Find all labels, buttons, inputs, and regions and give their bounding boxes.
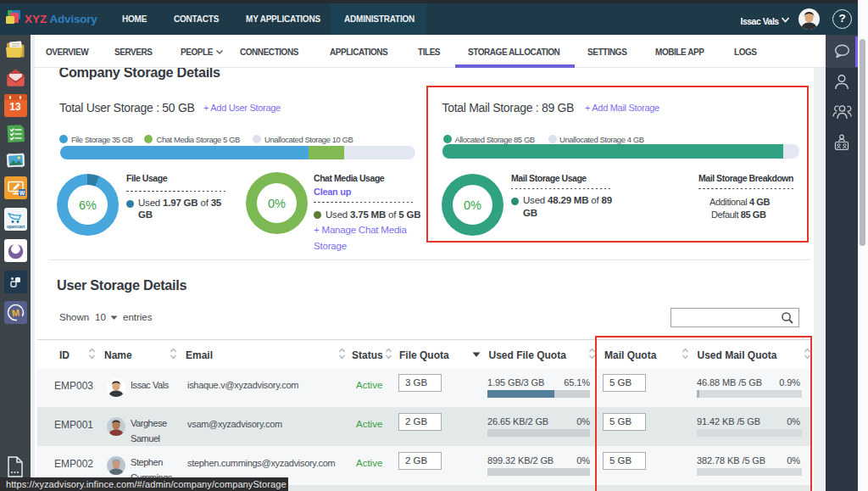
svg-text:M: M xyxy=(11,307,20,318)
svg-text:W: W xyxy=(19,190,25,196)
svg-text:opencart: opencart xyxy=(6,224,24,229)
